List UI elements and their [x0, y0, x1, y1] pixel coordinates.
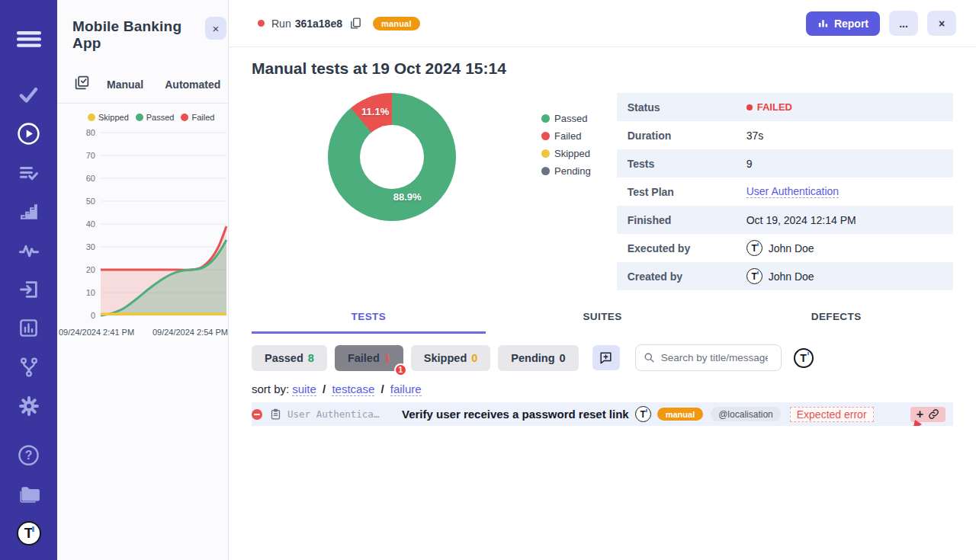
clipboard-icon [270, 408, 281, 421]
search-box [635, 344, 782, 371]
svg-text:60: 60 [86, 174, 95, 183]
test-plan-link[interactable]: User Authentication [746, 185, 839, 198]
svg-text:50: 50 [86, 197, 95, 206]
tab-manual[interactable]: Manual [107, 78, 143, 91]
legend-item: Passed [136, 113, 175, 122]
failed-test-row[interactable]: User Authentica… Verify user receives a … [252, 402, 953, 426]
tab-tests[interactable]: TESTS [252, 302, 486, 334]
search-input[interactable] [661, 352, 768, 363]
test-tag[interactable]: @localisation [711, 407, 781, 421]
play-circle-icon[interactable] [0, 114, 57, 153]
close-run-button[interactable]: × [927, 11, 956, 36]
select-all-icon[interactable] [74, 75, 90, 94]
page-title: Manual tests at 19 Oct 2024 15:14 [252, 59, 953, 78]
filter-passed-button[interactable]: Passed8 [252, 345, 327, 371]
run-overview: 11.1% 88.9% PassedFailedSkippedPending S… [252, 93, 953, 290]
donut-label-failed: 11.1% [361, 105, 389, 117]
sort-by-testcase[interactable]: testcase [332, 382, 374, 396]
bar-chart-icon[interactable] [0, 309, 57, 347]
donut-legend-item: Failed [541, 130, 591, 142]
run-detail-panel: Run 361a18e8 manual Report ... × Ma [229, 0, 976, 560]
donut-legend-item: Passed [541, 113, 591, 124]
help-icon[interactable]: ? [0, 436, 57, 475]
topbar-actions: Report ... × [806, 11, 956, 36]
run-list [57, 337, 228, 560]
user-avatar: T [746, 240, 762, 256]
comment-plus-icon [599, 350, 613, 365]
folder-icon[interactable] [0, 475, 57, 514]
user-avatar: T [746, 268, 762, 284]
user-avatar[interactable]: T [794, 348, 814, 368]
sidebar-icon-group [0, 75, 57, 425]
project-header: Mobile Banking App × [57, 0, 228, 52]
donut-hole [360, 125, 424, 189]
project-panel: Mobile Banking App × Manual Automated Sk… [57, 0, 229, 560]
svg-text:20: 20 [86, 265, 95, 274]
test-type-badge: manual [657, 408, 704, 421]
run-topbar: Run 361a18e8 manual Report ... × [229, 0, 976, 47]
detail-row: Tests9 [617, 149, 953, 178]
filter-row: Passed8Failed11Skipped0Pending0 T [252, 344, 953, 371]
donut-legend: PassedFailedSkippedPending [541, 93, 591, 183]
menu-icon[interactable] [0, 20, 57, 59]
gear-icon[interactable] [0, 386, 57, 425]
add-comment-button[interactable] [592, 345, 620, 370]
run-details-table: StatusFAILEDDuration37sTests9Test PlanUs… [617, 93, 953, 290]
expected-error-tag[interactable]: Expected error [790, 407, 874, 422]
tab-defects[interactable]: DEFECTS [719, 302, 953, 334]
status-filter-buttons: Passed8Failed11Skipped0Pending0 [252, 345, 586, 371]
project-title: Mobile Banking App [72, 18, 205, 52]
svg-text:80: 80 [86, 128, 95, 137]
branch-icon[interactable] [0, 347, 57, 386]
trend-area-chart: 80706050403020100 [57, 125, 229, 328]
result-donut-chart: 11.1% 88.9% [328, 93, 456, 221]
sidebar-bottom-group: ?T [0, 436, 57, 560]
svg-text:70: 70 [86, 151, 95, 160]
sign-in-icon[interactable] [0, 270, 57, 309]
detail-row: StatusFAILED [617, 93, 953, 121]
sort-by-failure[interactable]: failure [390, 382, 422, 396]
list-check-icon[interactable] [0, 153, 57, 192]
svg-text:10: 10 [86, 288, 95, 297]
logo-t[interactable]: T [0, 514, 57, 552]
filter-skipped-button[interactable]: Skipped0 [411, 345, 490, 371]
close-panel-button[interactable]: × [205, 17, 226, 40]
sort-by-suite[interactable]: suite [292, 382, 316, 396]
tab-automated[interactable]: Automated [165, 78, 220, 91]
svg-text:40: 40 [86, 219, 95, 229]
test-row-actions[interactable]: + [910, 407, 946, 422]
run-trend-chart: SkippedPassedFailed 80706050403020100 09… [57, 104, 228, 337]
sort-label: sort by: [252, 382, 289, 395]
tab-suites[interactable]: SUITES [486, 302, 720, 334]
app-root: ?T Mobile Banking App × Manual Automated… [0, 0, 976, 560]
trend-x-axis-labels: 09/24/2024 2:41 PM 09/24/2024 2:54 PM [57, 328, 228, 337]
add-icon[interactable]: + [917, 408, 923, 421]
search-icon [644, 352, 655, 363]
filter-pending-button[interactable]: Pending0 [498, 345, 578, 371]
app-logo[interactable]: T [17, 521, 41, 546]
pulse-icon[interactable] [0, 231, 57, 270]
more-actions-button[interactable]: ... [889, 11, 918, 36]
run-type-tabs: Manual Automated [57, 52, 228, 104]
test-suite-name[interactable]: User Authentica… [287, 408, 393, 420]
main-sidebar: ?T [0, 0, 57, 560]
donut-legend-item: Pending [541, 165, 591, 177]
assignee-avatar: T [635, 406, 651, 422]
check-icon[interactable] [0, 75, 57, 114]
result-tabs: TESTSSUITESDEFECTS [252, 302, 953, 334]
link-icon[interactable] [928, 408, 939, 420]
report-button[interactable]: Report [806, 11, 880, 36]
sort-row: sort by:suite / testcase / failure [252, 382, 953, 395]
svg-text:0: 0 [91, 311, 95, 320]
svg-text:?: ? [25, 449, 33, 462]
detail-row: Executed byTJohn Doe [617, 234, 953, 262]
stairs-icon[interactable] [0, 192, 57, 231]
filter-failed-button[interactable]: Failed11 [335, 345, 403, 371]
detail-row: FinishedOct 19, 2024 12:14 PM [617, 206, 953, 234]
legend-item: Skipped [88, 113, 129, 122]
test-title[interactable]: Verify user receives a password reset li… [402, 408, 629, 421]
legend-item: Failed [181, 113, 214, 122]
run-type-badge: manual [373, 17, 420, 30]
x-axis-label-end: 09/24/2024 2:54 PM [152, 328, 228, 337]
copy-run-id-button[interactable] [349, 16, 362, 30]
